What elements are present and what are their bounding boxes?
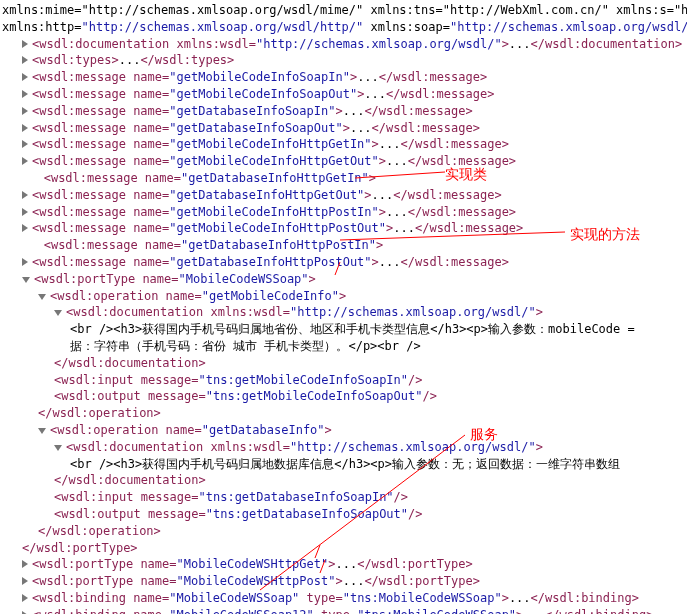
xml-close: </wsdl:portType>: [2, 540, 685, 557]
xml-node[interactable]: <wsdl:message name="getMobileCodeInfoHtt…: [2, 153, 685, 170]
collapse-icon[interactable]: [38, 294, 46, 300]
expand-icon[interactable]: [22, 73, 28, 81]
xml-node: <wsdl:input message="tns:getMobileCodeIn…: [2, 372, 685, 389]
xml-node[interactable]: <wsdl:portType name="MobileCodeWSHttpGet…: [2, 556, 685, 573]
xml-close: </wsdl:operation>: [2, 405, 685, 422]
collapse-icon[interactable]: [54, 445, 62, 451]
xml-node[interactable]: <wsdl:portType name="MobileCodeWSHttpPos…: [2, 573, 685, 590]
xml-node: <wsdl:output message="tns:getDatabaseInf…: [2, 506, 685, 523]
annotation-method: 实现的方法: [570, 225, 640, 245]
xml-node[interactable]: <wsdl:message name="getMobileCodeInfoSoa…: [2, 69, 685, 86]
expand-icon[interactable]: [22, 140, 28, 148]
expand-icon[interactable]: [22, 577, 28, 585]
annotation-service: 服务: [470, 425, 498, 445]
expand-icon[interactable]: [22, 157, 28, 165]
xml-node: <wsdl:message name="getDatabaseInfoHttpG…: [2, 170, 685, 187]
expand-icon[interactable]: [22, 40, 28, 48]
expand-icon[interactable]: [22, 560, 28, 568]
collapse-icon[interactable]: [54, 310, 62, 316]
xml-node[interactable]: <wsdl:types>...</wsdl:types>: [2, 52, 685, 69]
doc-text: <br /><h3>获得国内手机号码归属地数据库信息</h3><p>输入参数：无…: [2, 456, 685, 473]
xml-close: </wsdl:documentation>: [2, 472, 685, 489]
ns-decl: xmlns:mime="http://schemas.xmlsoap.org/w…: [2, 3, 687, 17]
xml-node[interactable]: <wsdl:message name="getMobileCodeInfoHtt…: [2, 204, 685, 221]
xml-node[interactable]: <wsdl:operation name="getDatabaseInfo">: [2, 422, 685, 439]
xml-node[interactable]: <wsdl:binding name="MobileCodeWSSoap12" …: [2, 607, 685, 614]
xml-node[interactable]: <wsdl:message name="getMobileCodeInfoSoa…: [2, 86, 685, 103]
collapse-icon[interactable]: [22, 277, 30, 283]
xml-node[interactable]: <wsdl:documentation xmlns:wsdl="http://s…: [2, 304, 685, 321]
xml-node[interactable]: <wsdl:portType name="MobileCodeWSSoap">: [2, 271, 685, 288]
xml-node: <wsdl:input message="tns:getDatabaseInfo…: [2, 489, 685, 506]
xml-node[interactable]: <wsdl:operation name="getMobileCodeInfo"…: [2, 288, 685, 305]
expand-icon[interactable]: [22, 594, 28, 602]
doc-text: 据：字符串（手机号码：省份 城市 手机卡类型）。</p><br />: [2, 338, 685, 355]
expand-icon[interactable]: [22, 56, 28, 64]
xml-line: xmlns:http="http://schemas.xmlsoap.org/w…: [2, 19, 685, 36]
doc-text: <br /><h3>获得国内手机号码归属地省份、地区和手机卡类型信息</h3><…: [2, 321, 685, 338]
xml-line: xmlns:mime="http://schemas.xmlsoap.org/w…: [2, 2, 685, 19]
xml-node[interactable]: <wsdl:message name="getDatabaseInfoHttpP…: [2, 254, 685, 271]
xml-node[interactable]: <wsdl:message name="getDatabaseInfoHttpG…: [2, 187, 685, 204]
xml-node[interactable]: <wsdl:message name="getMobileCodeInfoHtt…: [2, 136, 685, 153]
xml-close: </wsdl:documentation>: [2, 355, 685, 372]
expand-icon[interactable]: [22, 208, 28, 216]
collapse-icon[interactable]: [38, 428, 46, 434]
xml-node[interactable]: <wsdl:documentation xmlns:wsdl="http://s…: [2, 439, 685, 456]
annotation-class: 实现类: [445, 165, 487, 185]
xml-close: </wsdl:operation>: [2, 523, 685, 540]
xml-node[interactable]: <wsdl:binding name="MobileCodeWSSoap" ty…: [2, 590, 685, 607]
xml-node[interactable]: <wsdl:message name="getDatabaseInfoSoapO…: [2, 120, 685, 137]
expand-icon[interactable]: [22, 90, 28, 98]
xml-node[interactable]: <wsdl:documentation xmlns:wsdl="http://s…: [2, 36, 685, 53]
expand-icon[interactable]: [22, 124, 28, 132]
expand-icon[interactable]: [22, 191, 28, 199]
expand-icon[interactable]: [22, 107, 28, 115]
expand-icon[interactable]: [22, 258, 28, 266]
xml-node: <wsdl:output message="tns:getMobileCodeI…: [2, 388, 685, 405]
expand-icon[interactable]: [22, 224, 28, 232]
xml-node[interactable]: <wsdl:message name="getDatabaseInfoSoapI…: [2, 103, 685, 120]
